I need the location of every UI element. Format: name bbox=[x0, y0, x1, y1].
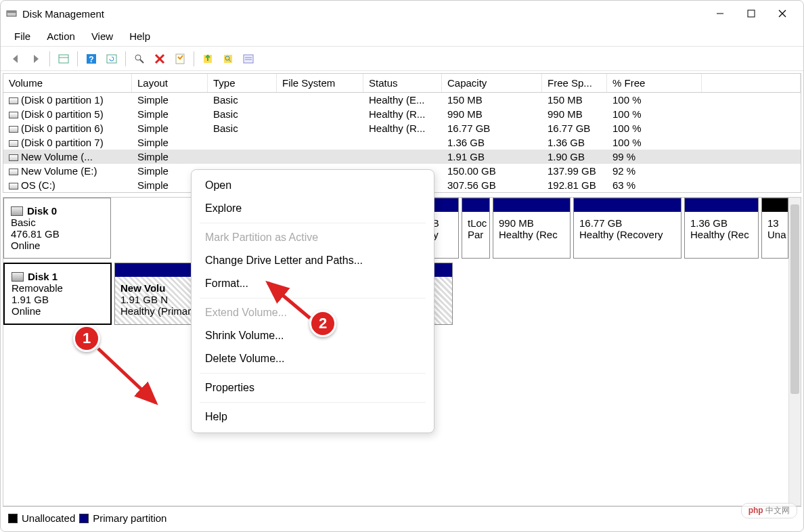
help-icon[interactable]: ? bbox=[83, 51, 99, 67]
cell-fs bbox=[277, 113, 363, 116]
volume-row[interactable]: (Disk 0 partition 5)SimpleBasicHealthy (… bbox=[3, 107, 801, 121]
disk-info[interactable]: Disk 0Basic476.81 GBOnline bbox=[3, 198, 111, 259]
svg-rect-10 bbox=[107, 55, 116, 63]
menu-item-explore[interactable]: Explore bbox=[192, 197, 434, 220]
cell-capacity: 1.36 GB bbox=[442, 135, 542, 150]
action1-icon[interactable] bbox=[200, 51, 216, 67]
scrollbar[interactable] bbox=[788, 198, 801, 506]
cell-layout: Simple bbox=[132, 135, 208, 150]
forward-icon[interactable] bbox=[28, 51, 44, 67]
col-freespace[interactable]: Free Sp... bbox=[542, 74, 607, 92]
window-title: Disk Management bbox=[22, 8, 705, 20]
watermark: php 中文网 bbox=[741, 503, 797, 518]
partition[interactable]: 990 MBHealthy (Rec bbox=[493, 198, 571, 259]
disk-name: Disk 1 bbox=[28, 271, 58, 282]
annotation-arrow-2 bbox=[263, 278, 317, 325]
partition-size: 16.77 GB bbox=[579, 217, 675, 229]
delete-icon[interactable] bbox=[152, 51, 168, 67]
scrollbar-thumb[interactable] bbox=[790, 204, 799, 394]
col-filesystem[interactable]: File System bbox=[277, 74, 363, 92]
menu-separator bbox=[200, 373, 426, 374]
menu-item-change-drive-letter-and-paths[interactable]: Change Drive Letter and Paths... bbox=[192, 249, 434, 272]
disk-info[interactable]: Disk 1Removable1.91 GBOnline bbox=[3, 263, 112, 325]
partition-header bbox=[574, 198, 681, 212]
svg-point-11 bbox=[135, 55, 141, 60]
partition-header bbox=[462, 198, 489, 212]
volume-name: (Disk 0 partition 5) bbox=[21, 108, 104, 120]
volume-row[interactable]: (Disk 0 partition 6)SimpleBasicHealthy (… bbox=[3, 121, 801, 135]
partition-status: Healthy (Recovery bbox=[579, 229, 675, 240]
back-icon[interactable] bbox=[7, 51, 24, 67]
cell-fs bbox=[277, 141, 363, 144]
partition-body: tLocPar bbox=[462, 212, 489, 258]
volume-row[interactable]: New Volume (...Simple1.91 GB1.90 GB99 % bbox=[3, 150, 801, 164]
menu-item-open[interactable]: Open bbox=[192, 174, 434, 197]
cell-pct: 100 % bbox=[607, 107, 702, 121]
cell-type: Basic bbox=[208, 121, 277, 135]
refresh-icon[interactable] bbox=[104, 51, 120, 67]
menu-help[interactable]: Help bbox=[122, 28, 157, 45]
cell-status bbox=[363, 141, 442, 144]
volume-name: New Volume (E:) bbox=[21, 165, 97, 177]
partition-header bbox=[493, 198, 570, 212]
menu-separator bbox=[200, 402, 426, 403]
volume-name: New Volume (... bbox=[21, 151, 93, 162]
menu-separator bbox=[200, 223, 426, 223]
partition[interactable]: 1.36 GBHealthy (Rec bbox=[684, 198, 759, 259]
rescan-icon[interactable] bbox=[131, 51, 148, 67]
cell-fs bbox=[277, 127, 363, 130]
menu-file[interactable]: File bbox=[7, 28, 37, 45]
svg-text:?: ? bbox=[89, 55, 93, 64]
disk-state: Online bbox=[12, 305, 104, 317]
properties-icon[interactable] bbox=[172, 51, 188, 67]
cell-layout: Simple bbox=[132, 107, 208, 121]
partition[interactable]: tLocPar bbox=[462, 198, 490, 259]
volume-row[interactable]: (Disk 0 partition 7)Simple1.36 GB1.36 GB… bbox=[3, 135, 801, 150]
settings-icon[interactable] bbox=[240, 51, 256, 67]
col-status[interactable]: Status bbox=[363, 74, 442, 92]
cell-type: Basic bbox=[208, 107, 277, 121]
show-hide-icon[interactable] bbox=[55, 51, 72, 67]
volume-row[interactable]: (Disk 0 partition 1)SimpleBasicHealthy (… bbox=[3, 93, 801, 107]
cell-fs bbox=[277, 99, 363, 102]
cell-capacity: 16.77 GB bbox=[442, 121, 542, 135]
col-capacity[interactable]: Capacity bbox=[442, 74, 542, 92]
cell-type bbox=[208, 141, 277, 144]
menu-item-delete-volume[interactable]: Delete Volume... bbox=[192, 347, 434, 370]
volume-icon bbox=[9, 154, 18, 161]
cell-capacity: 150.00 GB bbox=[442, 164, 542, 178]
cell-pct: 92 % bbox=[607, 164, 702, 178]
close-button[interactable] bbox=[767, 3, 798, 24]
disk-size: 1.91 GB bbox=[12, 294, 104, 305]
annotation-badge-1: 1 bbox=[73, 325, 100, 352]
svg-line-23 bbox=[98, 349, 156, 403]
action2-icon[interactable] bbox=[220, 51, 236, 67]
partition-size: 990 MB bbox=[499, 217, 564, 229]
legend-unallocated-icon bbox=[8, 514, 18, 523]
partition-status: Par bbox=[468, 229, 484, 240]
cell-fs bbox=[277, 156, 363, 158]
volume-name: OS (C:) bbox=[21, 179, 55, 191]
partition[interactable]: 13Una bbox=[761, 198, 788, 259]
col-layout[interactable]: Layout bbox=[132, 74, 208, 92]
col-volume[interactable]: Volume bbox=[3, 74, 132, 92]
cell-capacity: 307.56 GB bbox=[442, 178, 542, 192]
partition[interactable]: 16.77 GBHealthy (Recovery bbox=[573, 198, 682, 259]
legend-primary-icon bbox=[79, 514, 89, 523]
cell-pct: 100 % bbox=[607, 121, 702, 135]
menu-item-properties[interactable]: Properties bbox=[192, 376, 434, 399]
cell-pct: 100 % bbox=[607, 93, 702, 107]
maximize-button[interactable] bbox=[736, 3, 767, 24]
cell-layout: Simple bbox=[132, 150, 208, 164]
minimize-button[interactable] bbox=[705, 3, 736, 24]
col-type[interactable]: Type bbox=[208, 74, 277, 92]
menu-item-help[interactable]: Help bbox=[192, 405, 434, 428]
menu-action[interactable]: Action bbox=[40, 28, 82, 45]
disk-name: Disk 0 bbox=[27, 205, 57, 217]
menu-view[interactable]: View bbox=[85, 28, 120, 45]
legend-unallocated: Unallocated bbox=[22, 512, 75, 524]
partition-size: tLoc bbox=[468, 217, 484, 229]
disk-icon bbox=[11, 206, 23, 216]
cell-free: 16.77 GB bbox=[542, 121, 607, 135]
col-pctfree[interactable]: % Free bbox=[607, 74, 702, 92]
